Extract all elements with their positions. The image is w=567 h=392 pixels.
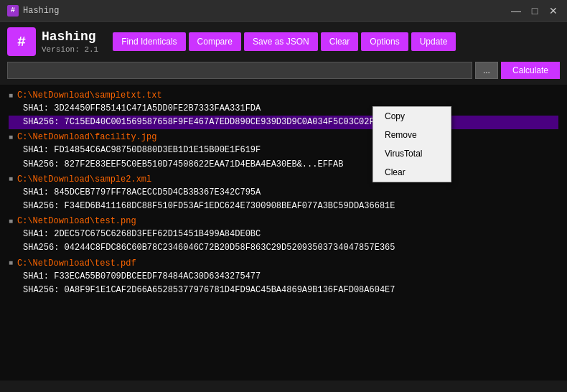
bullet-icon: ■: [9, 259, 13, 267]
app-logo: #: [7, 27, 36, 56]
header: # Hashing Version: 2.1 Find Identicals C…: [0, 22, 567, 85]
hash-line[interactable]: SHA1: 2DEC57C675C6268D3FEF62D15451B499A8…: [9, 228, 558, 241]
browse-button[interactable]: ...: [475, 62, 498, 79]
close-button[interactable]: ✕: [547, 4, 560, 17]
main-content: ■C:\NetDownload\sampletxt.txtSHA1: 3D244…: [0, 85, 567, 381]
window-title: Hashing: [23, 6, 59, 16]
app-title-block: Hashing Version: 2.1: [42, 29, 98, 54]
file-path-text: C:\NetDownload\test.pdf: [17, 258, 136, 269]
bullet-icon: ■: [9, 218, 13, 225]
hash-line[interactable]: SHA1: FD14854C6AC98750D880D3EB1D1E15B00E…: [9, 144, 558, 157]
file-entry: ■C:\NetDownload\sampletxt.txtSHA1: 3D244…: [9, 90, 558, 129]
file-entry: ■C:\NetDownload\sample2.xmlSHA1: 845DCEB…: [9, 174, 558, 213]
title-bar-controls: — □ ✕: [510, 4, 560, 17]
file-path-text: C:\NetDownload\sample2.xml: [17, 174, 151, 185]
save-as-json-button[interactable]: Save as JSON: [244, 32, 318, 51]
hash-line[interactable]: SHA256: 04244C8FDC86C60B78C2346046C72B20…: [9, 241, 558, 255]
minimize-button[interactable]: —: [510, 4, 523, 17]
file-path-text: C:\NetDownload\facility.jpg: [17, 132, 156, 142]
bullet-icon: ■: [9, 175, 13, 183]
context-menu-item-clear[interactable]: Clear: [373, 163, 451, 182]
file-path: ■C:\NetDownload\facility.jpg: [9, 132, 558, 142]
file-path-text: C:\NetDownload\sampletxt.txt: [17, 90, 162, 101]
file-path-text: C:\NetDownload\test.png: [17, 216, 136, 226]
header-top: # Hashing Version: 2.1 Find Identicals C…: [7, 27, 560, 56]
hash-line[interactable]: SHA256: 7C15ED40C001569587658F9FE467A7ED…: [9, 116, 558, 129]
hash-line[interactable]: SHA1: F33ECA55B0709DBCEEDF78484AC30D6343…: [9, 270, 558, 284]
clear-button[interactable]: Clear: [321, 32, 359, 51]
search-row: ... Calculate: [7, 62, 560, 79]
hash-line[interactable]: SHA256: F34ED6B411168DC88F510FD53AF1EDC6…: [9, 200, 558, 213]
app-version: Version: 2.1: [42, 45, 98, 54]
bullet-icon: ■: [9, 92, 13, 100]
hash-line[interactable]: SHA1: 3D24450FF85141C471A5DD0FE2B7333FAA…: [9, 102, 558, 116]
search-input[interactable]: [7, 62, 472, 79]
file-entry: ■C:\NetDownload\facility.jpgSHA1: FD1485…: [9, 132, 558, 171]
file-entry: ■C:\NetDownload\test.pdfSHA1: F33ECA55B0…: [9, 258, 558, 297]
context-menu-item-virustotal[interactable]: VirusTotal: [373, 144, 451, 163]
update-button[interactable]: Update: [411, 32, 456, 51]
context-menu: CopyRemoveVirusTotalClear: [372, 106, 451, 182]
app-name: Hashing: [42, 29, 98, 45]
file-path: ■C:\NetDownload\test.pdf: [9, 258, 558, 269]
maximize-button[interactable]: □: [528, 4, 541, 17]
context-menu-item-copy[interactable]: Copy: [373, 107, 451, 126]
file-path: ■C:\NetDownload\sample2.xml: [9, 174, 558, 185]
app-icon: #: [7, 5, 19, 17]
calculate-button[interactable]: Calculate: [501, 62, 560, 79]
hash-line[interactable]: SHA256: 0A8F9F1E1CAF2D66A65285377976781D…: [9, 284, 558, 297]
file-entry: ■C:\NetDownload\test.pngSHA1: 2DEC57C675…: [9, 216, 558, 255]
context-menu-item-remove[interactable]: Remove: [373, 126, 451, 144]
file-path: ■C:\NetDownload\sampletxt.txt: [9, 90, 558, 101]
title-bar-left: # Hashing: [7, 5, 59, 17]
hash-line[interactable]: SHA1: 845DCEB7797FF78ACECCD5D4CB3B367E34…: [9, 186, 558, 200]
hash-line[interactable]: SHA256: 827F2E83EEF5C0EB510D74508622EAA7…: [9, 158, 558, 172]
options-button[interactable]: Options: [361, 32, 408, 51]
compare-button[interactable]: Compare: [189, 32, 241, 51]
file-path: ■C:\NetDownload\test.png: [9, 216, 558, 226]
title-bar: # Hashing — □ ✕: [0, 0, 567, 22]
find-identicals-button[interactable]: Find Identicals: [113, 32, 185, 51]
toolbar: Find Identicals Compare Save as JSON Cle…: [113, 32, 560, 51]
bullet-icon: ■: [9, 134, 13, 141]
